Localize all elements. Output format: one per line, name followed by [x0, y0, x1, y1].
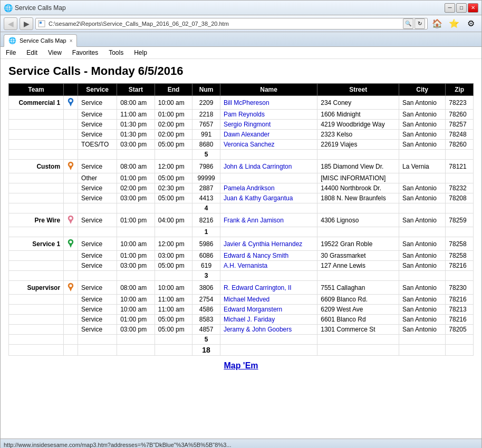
end-cell: 03:00 pm	[155, 251, 192, 261]
name-cell[interactable]: Dawn Alexander	[220, 130, 317, 140]
tab-close-button[interactable]: ×	[70, 38, 73, 44]
count-empty	[78, 271, 117, 281]
refresh-button[interactable]: ↻	[414, 18, 425, 29]
name-cell[interactable]: Javier & Cynthia Hernandez	[220, 237, 317, 251]
total-row: 18	[9, 345, 474, 356]
grand-total: 18	[192, 345, 220, 356]
pin-cell	[64, 315, 78, 325]
street-cell: 1808 N. New Braunfels	[317, 193, 399, 203]
name-cell[interactable]: Edward Morganstern	[220, 305, 317, 315]
page-content: Service Calls - Monday 6/5/2016 Team Ser…	[1, 59, 481, 439]
name-cell[interactable]: Sergio Ringmont	[220, 120, 317, 130]
zip-cell: 78121	[446, 160, 474, 173]
street-cell: 127 Anne Lewis	[317, 261, 399, 271]
name-cell[interactable]: John & Linda Carrington	[220, 160, 317, 173]
count-empty	[399, 335, 446, 345]
city-cell: San Antonio	[399, 96, 446, 110]
menu-view[interactable]: View	[45, 48, 65, 57]
pin-cell	[64, 120, 78, 130]
pin-cell	[64, 305, 78, 315]
name-cell[interactable]: Veronica Sanchez	[220, 140, 317, 150]
tools-button[interactable]: ⚙	[464, 17, 478, 31]
col-zip: Zip	[446, 84, 474, 96]
name-cell[interactable]: Bill McPhereson	[220, 96, 317, 110]
street-cell: 14400 Northbrook Dr.	[317, 183, 399, 193]
forward-button[interactable]: ▶	[20, 17, 33, 30]
start-cell: 08:00 am	[117, 96, 155, 110]
total-empty	[399, 345, 446, 356]
count-empty	[9, 227, 64, 237]
menu-favorites[interactable]: Favorites	[69, 48, 101, 57]
pin-cell	[64, 281, 78, 295]
zip-cell: 78259	[446, 213, 474, 227]
group-count: 5	[192, 335, 220, 345]
address-bar[interactable]: C:\sesame2\Reports\Service_Calls_Map_201…	[35, 18, 428, 30]
menu-edit[interactable]: Edit	[23, 48, 41, 57]
zip-cell: 78213	[446, 305, 474, 315]
count-row: 5	[9, 335, 474, 345]
menu-help[interactable]: Help	[131, 48, 150, 57]
name-cell[interactable]: R. Edward Carrington, II	[220, 281, 317, 295]
street-cell: 185 Diamond View Dr.	[317, 160, 399, 173]
close-button[interactable]: ✕	[468, 3, 478, 13]
team-cell	[9, 261, 64, 271]
team-cell	[9, 325, 64, 335]
back-button[interactable]: ◀	[4, 17, 17, 30]
zip-cell: 78216	[446, 295, 474, 305]
team-cell: Commercial 1	[9, 96, 64, 110]
count-empty	[78, 150, 117, 160]
start-cell: 03:00 pm	[117, 325, 155, 335]
name-cell[interactable]: Edward & Nancy Smith	[220, 251, 317, 261]
browser-window: 🌐 Service Calls Map ─ □ ✕ ◀ ▶ C:\sesame2…	[0, 0, 482, 448]
name-cell[interactable]: Pam Reynolds	[220, 110, 317, 120]
count-empty	[64, 203, 78, 213]
name-cell[interactable]: Michael Medved	[220, 295, 317, 305]
start-cell: 02:00 pm	[117, 183, 155, 193]
count-empty	[446, 271, 474, 281]
city-cell: San Antonio	[399, 281, 446, 295]
street-cell: 30 Grassmarket	[317, 251, 399, 261]
count-empty	[155, 150, 192, 160]
maximize-button[interactable]: □	[456, 3, 467, 13]
zip-cell: 78258	[446, 251, 474, 261]
count-empty	[9, 150, 64, 160]
menu-tools[interactable]: Tools	[105, 48, 127, 57]
city-cell: San Antonio	[399, 295, 446, 305]
search-button[interactable]: 🔍	[403, 18, 413, 29]
count-empty	[78, 335, 117, 345]
map-em-link[interactable]: Map 'Em	[8, 361, 474, 371]
name-cell[interactable]: Jeramy & John Goobers	[220, 325, 317, 335]
team-cell	[9, 140, 64, 150]
team-cell	[9, 315, 64, 325]
service-calls-table: Team Service Start End Num Name Street C…	[8, 83, 474, 356]
col-name: Name	[220, 84, 317, 96]
menu-file[interactable]: File	[3, 48, 19, 57]
count-empty	[64, 227, 78, 237]
col-street: Street	[317, 84, 399, 96]
team-cell	[9, 183, 64, 193]
favorites-star[interactable]: ⭐	[447, 17, 461, 31]
window-controls: ─ □ ✕	[445, 3, 478, 13]
count-empty	[399, 271, 446, 281]
zip-cell: 78232	[446, 183, 474, 193]
name-cell[interactable]	[220, 173, 317, 183]
team-cell: Service 1	[9, 237, 64, 251]
home-button[interactable]: 🏠	[430, 17, 445, 31]
minimize-button[interactable]: ─	[445, 3, 455, 13]
start-cell: 01:30 pm	[117, 120, 155, 130]
count-empty	[317, 335, 399, 345]
name-cell[interactable]: Michael J. Fariday	[220, 315, 317, 325]
name-cell[interactable]: A.H. Vernanista	[220, 261, 317, 271]
name-cell[interactable]: Pamela Andrikson	[220, 183, 317, 193]
start-cell: 10:00 am	[117, 305, 155, 315]
count-empty	[399, 227, 446, 237]
start-cell: 10:00 am	[117, 237, 155, 251]
pin-cell	[64, 261, 78, 271]
count-empty	[117, 227, 155, 237]
city-cell: San Antonio	[399, 251, 446, 261]
active-tab[interactable]: 🌐 Service Calls Map ×	[4, 34, 77, 47]
service-cell: Service	[78, 251, 117, 261]
name-cell[interactable]: Frank & Ann Jamison	[220, 213, 317, 227]
name-cell[interactable]: Juan & Kathy Gargantua	[220, 193, 317, 203]
col-service: Service	[78, 84, 117, 96]
